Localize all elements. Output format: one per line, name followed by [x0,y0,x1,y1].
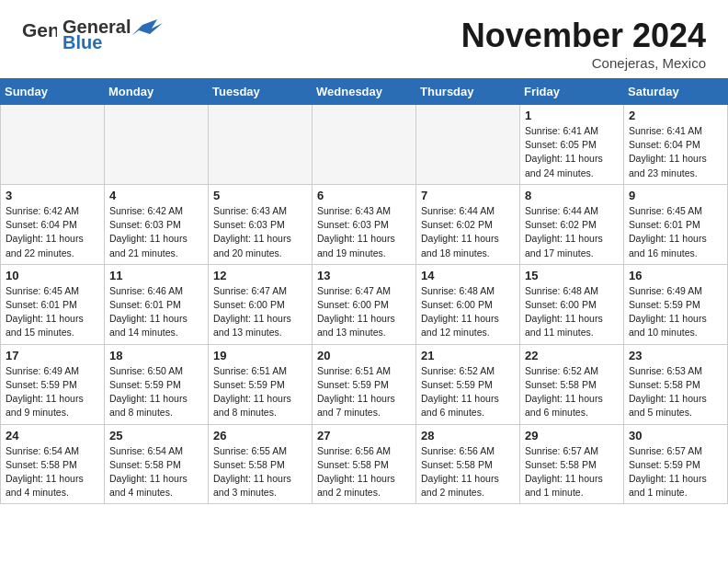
calendar-cell: 26Sunrise: 6:55 AMSunset: 5:58 PMDayligh… [209,424,313,504]
day-number: 5 [213,189,307,202]
day-info: Sunrise: 6:41 AMSunset: 6:05 PMDaylight:… [525,124,619,180]
calendar-cell: 6Sunrise: 6:43 AMSunset: 6:03 PMDaylight… [313,184,416,264]
day-info: Sunrise: 6:56 AMSunset: 5:58 PMDaylight:… [317,444,411,500]
calendar-cell: 2Sunrise: 6:41 AMSunset: 6:04 PMDaylight… [624,105,728,185]
svg-text:General: General [22,19,57,40]
day-info: Sunrise: 6:43 AMSunset: 6:03 PMDaylight:… [317,204,411,260]
day-info: Sunrise: 6:53 AMSunset: 5:58 PMDaylight:… [629,364,722,420]
day-info: Sunrise: 6:47 AMSunset: 6:00 PMDaylight:… [213,284,307,340]
day-number: 25 [109,429,203,442]
day-number: 16 [629,269,722,282]
day-number: 10 [6,269,99,282]
calendar-cell [313,105,416,185]
day-number: 23 [629,349,722,362]
calendar-cell: 12Sunrise: 6:47 AMSunset: 6:00 PMDayligh… [209,264,313,344]
day-info: Sunrise: 6:52 AMSunset: 5:58 PMDaylight:… [525,364,619,420]
day-info: Sunrise: 6:51 AMSunset: 5:59 PMDaylight:… [317,364,411,420]
logo-icon: General [22,17,57,44]
calendar-cell: 14Sunrise: 6:48 AMSunset: 6:00 PMDayligh… [416,264,520,344]
calendar-cell [1,105,105,185]
day-info: Sunrise: 6:55 AMSunset: 5:58 PMDaylight:… [213,444,307,500]
day-info: Sunrise: 6:54 AMSunset: 5:58 PMDaylight:… [6,444,99,500]
calendar-cell: 4Sunrise: 6:42 AMSunset: 6:03 PMDaylight… [105,184,209,264]
week-row-1: 1Sunrise: 6:41 AMSunset: 6:05 PMDaylight… [1,105,728,185]
weekday-sunday: Sunday [1,79,105,105]
logo: General [22,17,63,48]
day-info: Sunrise: 6:47 AMSunset: 6:00 PMDaylight:… [317,284,411,340]
day-number: 26 [213,429,307,442]
day-info: Sunrise: 6:45 AMSunset: 6:01 PMDaylight:… [629,204,722,260]
day-info: Sunrise: 6:45 AMSunset: 6:01 PMDaylight:… [6,284,99,340]
calendar-cell: 11Sunrise: 6:46 AMSunset: 6:01 PMDayligh… [105,264,209,344]
weekday-monday: Monday [105,79,209,105]
day-info: Sunrise: 6:49 AMSunset: 5:59 PMDaylight:… [6,364,99,420]
svg-marker-1 [131,19,163,36]
calendar-cell: 15Sunrise: 6:48 AMSunset: 6:00 PMDayligh… [520,264,624,344]
day-info: Sunrise: 6:49 AMSunset: 5:59 PMDaylight:… [629,284,722,340]
weekday-saturday: Saturday [624,79,728,105]
day-number: 19 [213,349,307,362]
weekday-header-row: SundayMondayTuesdayWednesdayThursdayFrid… [1,79,728,105]
day-info: Sunrise: 6:42 AMSunset: 6:04 PMDaylight:… [6,204,99,260]
day-info: Sunrise: 6:41 AMSunset: 6:04 PMDaylight:… [629,124,722,180]
day-number: 1 [525,109,619,122]
week-row-3: 10Sunrise: 6:45 AMSunset: 6:01 PMDayligh… [1,264,728,344]
day-number: 6 [317,189,411,202]
day-number: 14 [421,269,515,282]
location: Conejeras, Mexico [461,55,706,71]
day-info: Sunrise: 6:44 AMSunset: 6:02 PMDaylight:… [525,204,619,260]
day-number: 4 [109,189,203,202]
day-info: Sunrise: 6:48 AMSunset: 6:00 PMDaylight:… [421,284,515,340]
calendar-cell: 3Sunrise: 6:42 AMSunset: 6:04 PMDaylight… [1,184,105,264]
calendar-cell: 5Sunrise: 6:43 AMSunset: 6:03 PMDaylight… [209,184,313,264]
day-info: Sunrise: 6:50 AMSunset: 5:59 PMDaylight:… [109,364,203,420]
title-area: November 2024 Conejeras, Mexico [461,17,706,71]
day-number: 8 [525,189,619,202]
day-number: 22 [525,349,619,362]
calendar-cell: 22Sunrise: 6:52 AMSunset: 5:58 PMDayligh… [520,344,624,424]
calendar-cell: 7Sunrise: 6:44 AMSunset: 6:02 PMDaylight… [416,184,520,264]
day-number: 2 [629,109,722,122]
day-number: 7 [421,189,515,202]
day-number: 18 [109,349,203,362]
calendar-cell: 29Sunrise: 6:57 AMSunset: 5:58 PMDayligh… [520,424,624,504]
calendar-cell: 19Sunrise: 6:51 AMSunset: 5:59 PMDayligh… [209,344,313,424]
calendar-cell: 1Sunrise: 6:41 AMSunset: 6:05 PMDaylight… [520,105,624,185]
weekday-thursday: Thursday [416,79,520,105]
day-number: 21 [421,349,515,362]
day-info: Sunrise: 6:54 AMSunset: 5:58 PMDaylight:… [109,444,203,500]
calendar-table: SundayMondayTuesdayWednesdayThursdayFrid… [0,78,728,504]
day-info: Sunrise: 6:57 AMSunset: 5:59 PMDaylight:… [629,444,722,500]
calendar-cell: 20Sunrise: 6:51 AMSunset: 5:59 PMDayligh… [313,344,416,424]
day-number: 12 [213,269,307,282]
day-info: Sunrise: 6:44 AMSunset: 6:02 PMDaylight:… [421,204,515,260]
calendar-cell: 10Sunrise: 6:45 AMSunset: 6:01 PMDayligh… [1,264,105,344]
day-number: 15 [525,269,619,282]
day-info: Sunrise: 6:57 AMSunset: 5:58 PMDaylight:… [525,444,619,500]
calendar-cell: 23Sunrise: 6:53 AMSunset: 5:58 PMDayligh… [624,344,728,424]
calendar-cell: 25Sunrise: 6:54 AMSunset: 5:58 PMDayligh… [105,424,209,504]
weekday-friday: Friday [520,79,624,105]
calendar-cell [209,105,313,185]
calendar-cell: 28Sunrise: 6:56 AMSunset: 5:58 PMDayligh… [416,424,520,504]
day-number: 30 [629,429,722,442]
day-number: 13 [317,269,411,282]
calendar-cell [416,105,520,185]
calendar-cell: 21Sunrise: 6:52 AMSunset: 5:59 PMDayligh… [416,344,520,424]
day-info: Sunrise: 6:43 AMSunset: 6:03 PMDaylight:… [213,204,307,260]
month-title: November 2024 [461,17,706,55]
day-number: 11 [109,269,203,282]
day-number: 3 [6,189,99,202]
calendar-cell: 16Sunrise: 6:49 AMSunset: 5:59 PMDayligh… [624,264,728,344]
day-number: 20 [317,349,411,362]
calendar-cell: 13Sunrise: 6:47 AMSunset: 6:00 PMDayligh… [313,264,416,344]
week-row-5: 24Sunrise: 6:54 AMSunset: 5:58 PMDayligh… [1,424,728,504]
day-number: 24 [6,429,99,442]
calendar-cell [105,105,209,185]
week-row-4: 17Sunrise: 6:49 AMSunset: 5:59 PMDayligh… [1,344,728,424]
day-number: 29 [525,429,619,442]
day-info: Sunrise: 6:56 AMSunset: 5:58 PMDaylight:… [421,444,515,500]
weekday-wednesday: Wednesday [313,79,416,105]
logo-bird-icon [131,17,163,38]
page-header: General General Blue November 2024 Conej… [0,0,728,78]
